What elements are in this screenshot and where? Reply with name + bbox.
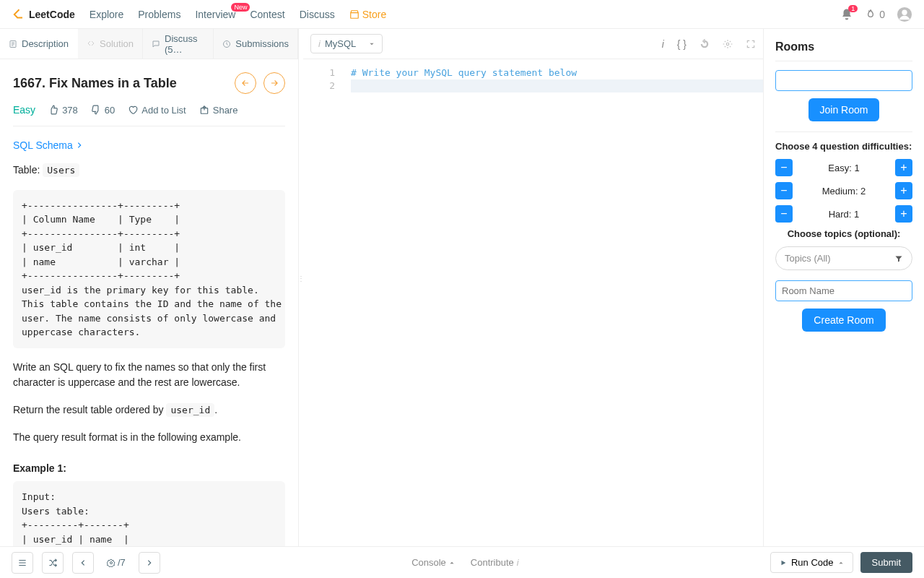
editor-braces-icon[interactable]: { } (677, 38, 687, 50)
add-to-list-button[interactable]: Add to List (128, 105, 186, 116)
hard-plus-button[interactable]: + (895, 205, 912, 223)
hard-minus-button[interactable]: − (775, 205, 793, 223)
tab-description[interactable]: Description (0, 29, 78, 59)
table-intro: Table: Users (13, 163, 285, 178)
para2: Return the result table ordered by user_… (13, 402, 285, 418)
rooms-panel: Rooms Join Room Choose 4 question diffic… (764, 29, 924, 546)
submissions-icon (222, 40, 231, 48)
description-icon (9, 40, 17, 48)
join-room-button[interactable]: Join Room (808, 98, 880, 121)
choose-difficulties-label: Choose 4 question difficulties: (775, 141, 912, 152)
notifications-icon[interactable]: 1 (840, 8, 853, 21)
example-block: Input: Users table: +---------+-------+ … (13, 481, 285, 546)
shuffle-button[interactable] (42, 552, 64, 574)
editor-fullscreen-icon[interactable] (746, 38, 756, 50)
prev-button[interactable] (72, 552, 94, 574)
code-editor[interactable]: 1 2 # Write your MySQL query statement b… (303, 59, 763, 546)
run-code-button[interactable]: Run Code (770, 552, 853, 573)
difficulty-badge: Easy (13, 104, 35, 116)
info-icon: i (318, 38, 321, 49)
filter-icon (894, 254, 903, 263)
next-button[interactable] (139, 552, 160, 574)
contribute-link[interactable]: Contribute i (471, 557, 519, 568)
submit-button[interactable]: Submit (860, 552, 912, 573)
svg-point-6 (726, 43, 729, 46)
tab-solution[interactable]: Solution (78, 29, 143, 59)
chevron-up-icon (838, 560, 844, 566)
code-line-2 (351, 79, 763, 92)
para3: The query result format is in the follow… (13, 430, 285, 446)
hard-count: Hard: 1 (829, 209, 860, 220)
tab-discuss[interactable]: Discuss (5… (143, 29, 214, 59)
editor-info-icon[interactable]: i (662, 38, 664, 50)
dislike-button[interactable]: 60 (91, 105, 115, 116)
bottom-bar: /7 Console Contribute i Run Code Submit (0, 546, 924, 578)
notif-count: 1 (848, 5, 858, 12)
share-button[interactable]: Share (199, 105, 238, 116)
chevron-up-icon (449, 560, 455, 566)
problem-tabs: Description Solution Discuss (5… Submiss… (0, 29, 298, 59)
editor-reset-icon[interactable] (699, 38, 710, 50)
para1: Write an SQL query to fix the names so t… (13, 360, 285, 391)
rooms-heading: Rooms (775, 40, 912, 61)
logo[interactable]: LeetCode (12, 8, 75, 21)
room-name-input[interactable] (775, 280, 912, 301)
leetcode-logo-icon (12, 8, 25, 21)
medium-minus-button[interactable]: − (775, 182, 793, 199)
next-problem-button[interactable] (263, 72, 285, 94)
nav-discuss[interactable]: Discuss (300, 9, 335, 20)
progress-indicator: /7 (103, 557, 130, 568)
medium-plus-button[interactable]: + (895, 182, 912, 199)
prev-problem-button[interactable] (235, 72, 256, 94)
solution-icon (87, 40, 95, 48)
join-room-input[interactable] (775, 70, 912, 91)
sql-schema-link[interactable]: SQL Schema (13, 139, 83, 151)
avatar-icon[interactable] (897, 7, 912, 22)
brand-text: LeetCode (29, 9, 75, 20)
svg-rect-0 (350, 12, 358, 18)
editor-settings-icon[interactable] (723, 38, 733, 50)
easy-minus-button[interactable]: − (775, 159, 793, 176)
problem-list-button[interactable] (12, 552, 33, 574)
info-icon: i (517, 557, 519, 568)
easy-count: Easy: 1 (828, 163, 859, 173)
tab-submissions[interactable]: Submissions (214, 29, 298, 59)
discuss-icon (152, 40, 160, 48)
code-line-1: # Write your MySQL query statement below (351, 67, 577, 78)
create-room-button[interactable]: Create Room (802, 309, 885, 332)
schema-block: +----------------+---------+ | Column Na… (13, 190, 285, 348)
editor-pane: i MySQL i { } 1 (303, 29, 764, 546)
top-navbar: LeetCode Explore Problems Interview New … (0, 0, 924, 29)
play-icon (780, 559, 787, 566)
like-button[interactable]: 378 (48, 105, 78, 116)
nav-problems[interactable]: Problems (138, 9, 180, 20)
svg-point-2 (902, 9, 907, 14)
nav-interview[interactable]: Interview New (195, 9, 235, 20)
choose-topics-label: Choose topics (optional): (775, 228, 912, 239)
nav-store[interactable]: Store (349, 9, 386, 20)
problem-title: 1667. Fix Names in a Table (13, 76, 177, 91)
streak-icon[interactable]: 0 (865, 9, 885, 20)
topics-select[interactable]: Topics (All) (775, 246, 912, 270)
svg-point-7 (110, 561, 113, 564)
new-badge: New (231, 3, 250, 12)
example-label: Example 1: (13, 462, 285, 474)
medium-count: Medium: 2 (822, 186, 866, 197)
nav-explore[interactable]: Explore (90, 9, 123, 20)
easy-plus-button[interactable]: + (895, 159, 912, 176)
chevron-down-icon (369, 41, 375, 47)
language-select[interactable]: i MySQL (310, 34, 383, 53)
nav-contest[interactable]: Contest (250, 9, 284, 20)
console-toggle[interactable]: Console (411, 557, 455, 568)
line-gutter: 1 2 (303, 59, 344, 546)
pane-resize-handle[interactable] (299, 29, 303, 546)
description-pane: Description Solution Discuss (5… Submiss… (0, 29, 299, 546)
